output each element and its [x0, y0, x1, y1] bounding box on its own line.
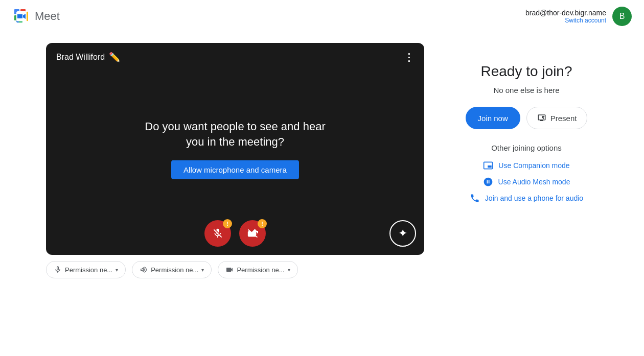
- sparkle-icon: ✦: [398, 227, 407, 240]
- video-body: Do you want people to see and hear you i…: [141, 118, 330, 179]
- mic-warning-badge: !: [223, 219, 232, 228]
- camera-muted-icon: [247, 228, 258, 239]
- speaker-permission-chevron-icon: ▾: [201, 267, 204, 273]
- speaker-permission-button[interactable]: Permission ne... ▾: [132, 261, 212, 278]
- mute-camera-button[interactable]: !: [239, 220, 266, 247]
- camera-permission-chevron-icon: ▾: [288, 267, 290, 273]
- allow-microphone-camera-button[interactable]: Allow microphone and camera: [171, 160, 299, 179]
- video-more-options-icon[interactable]: ⋮: [404, 51, 414, 63]
- phone-audio-link[interactable]: Join and use a phone for audio: [455, 193, 598, 203]
- google-meet-logo-icon: [12, 7, 31, 26]
- logo-area: Meet: [12, 7, 60, 26]
- camera-permission-label: Permission ne...: [237, 266, 284, 274]
- camera-warning-badge: !: [258, 219, 267, 228]
- phone-audio-label: Join and use a phone for audio: [485, 194, 583, 202]
- account-email: brad@thor-dev.bigr.name: [525, 9, 606, 17]
- header: Meet brad@thor-dev.bigr.name Switch acco…: [0, 0, 644, 33]
- companion-mode-icon: [483, 160, 493, 171]
- phone-audio-icon: [470, 193, 480, 203]
- ready-to-join-title: Ready to join?: [455, 63, 598, 80]
- mic-permission-button[interactable]: Permission ne... ▾: [46, 261, 126, 278]
- speaker-permission-icon: [140, 266, 148, 274]
- companion-mode-label: Use Companion mode: [498, 161, 569, 170]
- join-now-button[interactable]: Join now: [466, 107, 520, 129]
- mic-permission-icon: [54, 266, 62, 274]
- account-area: brad@thor-dev.bigr.name Switch account B: [525, 7, 632, 26]
- mute-microphone-button[interactable]: !: [204, 220, 231, 247]
- account-info: brad@thor-dev.bigr.name Switch account: [525, 9, 606, 24]
- right-panel: Ready to join? No one else is here Join …: [455, 43, 598, 209]
- switch-account-link[interactable]: Switch account: [525, 17, 606, 24]
- speaker-permission-label: Permission ne...: [151, 266, 198, 274]
- user-avatar[interactable]: B: [612, 7, 632, 26]
- camera-permission-icon: [225, 266, 234, 274]
- audio-mesh-label: Use Audio Mesh mode: [498, 178, 570, 186]
- other-options-title: Other joining options: [455, 144, 598, 152]
- video-user-name-area: Brad Williford ✏️: [56, 52, 120, 63]
- main-content: Brad Williford ✏️ ⋮ Do you want people t…: [0, 33, 644, 289]
- mic-permission-chevron-icon: ▾: [116, 267, 118, 273]
- video-header: Brad Williford ✏️ ⋮: [46, 43, 424, 72]
- companion-mode-link[interactable]: Use Companion mode: [455, 160, 598, 171]
- audio-mesh-mode-link[interactable]: Use Audio Mesh mode: [455, 177, 598, 187]
- mic-permission-label: Permission ne...: [65, 266, 112, 274]
- present-screen-icon: [537, 113, 546, 123]
- visual-effects-button[interactable]: ✦: [389, 220, 416, 247]
- present-button-label: Present: [550, 114, 577, 123]
- video-user-name: Brad Williford: [56, 53, 105, 62]
- camera-permission-button[interactable]: Permission ne... ▾: [218, 261, 297, 278]
- video-section: Brad Williford ✏️ ⋮ Do you want people t…: [46, 43, 424, 278]
- microphone-muted-icon: [212, 228, 223, 239]
- join-actions: Join now Present: [455, 107, 598, 129]
- app-title: Meet: [35, 10, 60, 23]
- video-container: Brad Williford ✏️ ⋮ Do you want people t…: [46, 43, 424, 255]
- video-footer-controls: ! !: [46, 220, 424, 247]
- edit-name-icon[interactable]: ✏️: [109, 52, 120, 63]
- no-one-here-text: No one else is here: [455, 86, 598, 94]
- audio-mesh-icon: [483, 177, 493, 187]
- permission-bar: Permission ne... ▾ Permission ne... ▾ Pe…: [46, 261, 424, 278]
- video-question-text: Do you want people to see and hear you i…: [141, 118, 330, 150]
- present-button[interactable]: Present: [526, 107, 588, 129]
